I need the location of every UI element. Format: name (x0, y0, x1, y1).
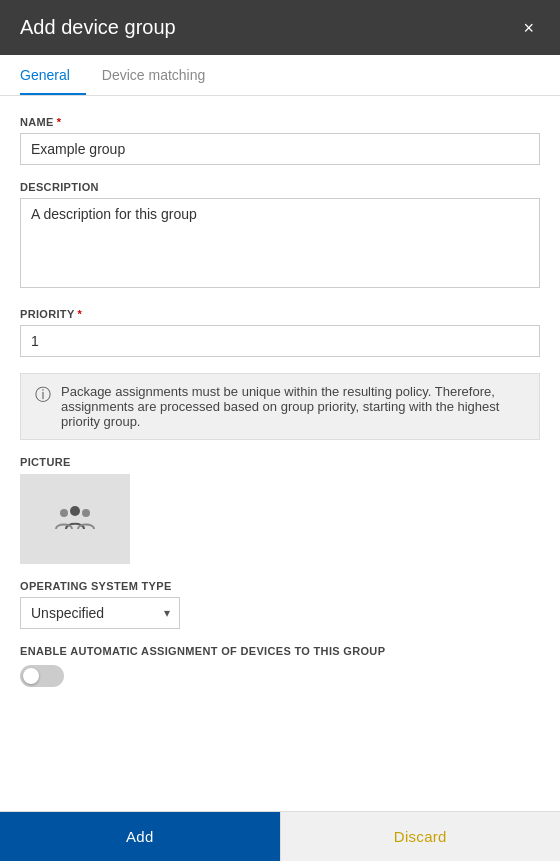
picture-field-group: PICTURE (20, 456, 540, 564)
description-label: DESCRIPTION (20, 181, 540, 193)
name-required-star: * (57, 116, 62, 128)
group-icon (55, 501, 95, 538)
info-text: Package assignments must be unique withi… (61, 384, 525, 429)
dialog-footer: Add Discard (0, 811, 560, 861)
dialog-title: Add device group (20, 16, 176, 39)
name-label: NAME* (20, 116, 540, 128)
name-field-group: NAME* (20, 116, 540, 165)
name-input[interactable] (20, 133, 540, 165)
auto-assignment-toggle[interactable] (20, 665, 64, 687)
dialog-header: Add device group × (0, 0, 560, 55)
priority-field-group: PRIORITY* (20, 308, 540, 357)
priority-input[interactable] (20, 325, 540, 357)
toggle-track (20, 665, 64, 687)
svg-point-2 (82, 509, 90, 517)
description-input[interactable]: A description for this group (20, 198, 540, 288)
os-type-field-group: OPERATING SYSTEM TYPE Unspecified Window… (20, 580, 540, 629)
svg-point-1 (60, 509, 68, 517)
discard-button[interactable]: Discard (280, 812, 561, 861)
os-type-select[interactable]: Unspecified Windows Android iOS macOS (20, 597, 180, 629)
auto-assignment-section: ENABLE AUTOMATIC ASSIGNMENT OF DEVICES T… (20, 645, 540, 687)
picture-box[interactable] (20, 474, 130, 564)
svg-point-0 (70, 506, 80, 516)
os-type-select-wrapper: Unspecified Windows Android iOS macOS (20, 597, 180, 629)
tabs-bar: General Device matching (0, 55, 560, 96)
toggle-thumb (23, 668, 39, 684)
priority-required-star: * (78, 308, 83, 320)
info-icon: ⓘ (35, 385, 51, 429)
tab-device-matching[interactable]: Device matching (102, 55, 222, 95)
info-box: ⓘ Package assignments must be unique wit… (20, 373, 540, 440)
close-button[interactable]: × (517, 17, 540, 39)
toggle-wrapper (20, 665, 540, 687)
description-field-group: DESCRIPTION A description for this group (20, 181, 540, 292)
tab-general[interactable]: General (20, 55, 86, 95)
dialog-content: NAME* DESCRIPTION A description for this… (0, 96, 560, 811)
add-button[interactable]: Add (0, 812, 280, 861)
picture-label: PICTURE (20, 456, 540, 468)
os-type-label: OPERATING SYSTEM TYPE (20, 580, 540, 592)
priority-label: PRIORITY* (20, 308, 540, 320)
auto-assignment-label: ENABLE AUTOMATIC ASSIGNMENT OF DEVICES T… (20, 645, 540, 657)
